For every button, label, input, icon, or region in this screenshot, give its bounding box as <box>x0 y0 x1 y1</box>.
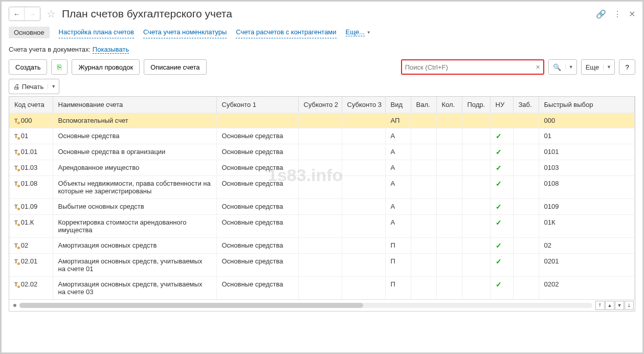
check-icon: ✓ <box>496 148 502 156</box>
scrollbar-thumb[interactable] <box>19 303 363 308</box>
cell-podr <box>462 215 490 238</box>
nav-history-group: ← → <box>9 7 40 21</box>
back-button[interactable]: ← <box>9 7 25 20</box>
table-row[interactable]: T02.01Амортизация основных средств, учит… <box>9 254 635 277</box>
cell-vid: П <box>385 254 411 277</box>
table-row[interactable]: T01.03Арендованное имуществоОсновные сре… <box>9 160 635 176</box>
account-type-icon: T <box>14 181 18 187</box>
close-icon[interactable]: ✕ <box>629 9 635 19</box>
journal-button[interactable]: Журнал проводок <box>72 59 140 75</box>
scroll-handle-icon[interactable] <box>13 304 16 307</box>
cell-name: Корректировка стоимости арендованного им… <box>53 215 216 238</box>
cell-sub1: Основные средства <box>216 176 298 199</box>
cell-val <box>411 277 436 300</box>
cell-sub1: Основные средства <box>216 238 298 254</box>
cell-vid: А <box>385 160 411 176</box>
table-row[interactable]: T01Основные средстваОсновные средстваА✓0… <box>9 128 635 144</box>
search-input[interactable] <box>405 63 536 71</box>
cell-val <box>411 176 436 199</box>
cell-kol <box>436 144 462 160</box>
cell-sub3 <box>342 277 385 300</box>
magnifier-icon: 🔍 <box>553 63 561 71</box>
table-scrollbar: ⤒ ▲ ▼ ⤓ <box>9 299 635 311</box>
table-row[interactable]: T02Амортизация основных средствОсновные … <box>9 238 635 254</box>
cell-vid: АП <box>385 113 411 128</box>
accounts-table: Код счета Наименование счета Субконто 1 … <box>9 96 635 312</box>
cell-sub3 <box>342 176 385 199</box>
cell-code: 02.02 <box>21 280 38 288</box>
account-type-icon: T <box>14 258 18 264</box>
col-sub3[interactable]: Субконто 3 <box>342 97 385 113</box>
favorite-star-icon[interactable]: ☆ <box>47 8 56 20</box>
link-icon[interactable]: 🔗 <box>596 9 606 19</box>
col-nu[interactable]: НУ <box>490 97 513 113</box>
horizontal-scrollbar[interactable] <box>19 303 592 308</box>
cell-kol <box>436 215 462 238</box>
table-row[interactable]: T01.09Выбытие основных средствОсновные с… <box>9 199 635 215</box>
cell-quick: 01 <box>539 128 635 144</box>
print-button[interactable]: 🖨 Печать ▼ <box>9 79 59 94</box>
cell-kol <box>436 160 462 176</box>
col-sub1[interactable]: Субконто 1 <box>216 97 298 113</box>
more-actions-button[interactable]: Еще ▼ <box>581 59 615 75</box>
table-row[interactable]: T01.01Основные средства в организацииОсн… <box>9 144 635 160</box>
cell-zab <box>513 113 539 128</box>
cell-sub2 <box>298 128 342 144</box>
col-vid[interactable]: Вид <box>385 97 411 113</box>
tab-counterparties[interactable]: Счета расчетов с контрагентами <box>236 26 336 38</box>
cell-sub1: Основные средства <box>216 277 298 300</box>
col-sub2[interactable]: Субконто 2 <box>298 97 342 113</box>
create-button[interactable]: Создать <box>9 59 47 75</box>
cell-name: Объекты недвижимости, права собственност… <box>53 176 216 199</box>
check-icon: ✓ <box>496 164 502 172</box>
table-row[interactable]: T01.08Объекты недвижимости, права собств… <box>9 176 635 199</box>
account-type-icon: T <box>14 165 18 171</box>
cell-nu: ✓ <box>490 277 513 300</box>
search-clear-icon[interactable]: × <box>536 63 540 71</box>
scroll-bottom-button[interactable]: ⤓ <box>625 301 634 310</box>
cell-vid: А <box>385 176 411 199</box>
cell-sub1: Основные средства <box>216 254 298 277</box>
cell-sub2 <box>298 254 342 277</box>
table-row[interactable]: T000Вспомогательный счетАП000 <box>9 113 635 128</box>
cell-zab <box>513 277 539 300</box>
search-box[interactable]: × <box>401 59 544 75</box>
tab-main[interactable]: Основное <box>9 27 50 38</box>
search-settings-button[interactable]: 🔍 ▼ <box>548 59 577 75</box>
cell-val <box>411 144 436 160</box>
forward-button[interactable]: → <box>25 7 40 20</box>
cell-sub1: Основные средства <box>216 128 298 144</box>
col-quick[interactable]: Быстрый выбор <box>539 97 635 113</box>
scroll-up-button[interactable]: ▲ <box>605 301 614 310</box>
cell-sub3 <box>342 215 385 238</box>
col-kol[interactable]: Кол. <box>436 97 462 113</box>
tabs-more-dropdown[interactable]: Еще... ▼ <box>346 28 371 36</box>
scroll-top-button[interactable]: ⤒ <box>595 301 605 310</box>
cell-sub2 <box>298 144 342 160</box>
col-val[interactable]: Вал. <box>411 97 436 113</box>
kebab-menu-icon[interactable]: ⋮ <box>613 9 621 19</box>
cell-zab <box>513 128 539 144</box>
scroll-down-button[interactable]: ▼ <box>615 301 624 310</box>
cell-quick: 0103 <box>539 160 635 176</box>
col-code[interactable]: Код счета <box>9 97 53 113</box>
documents-accounts-line: Счета учета в документах: Показывать <box>9 46 635 53</box>
account-type-icon: T <box>14 149 18 155</box>
create-copy-button[interactable]: ⎘ <box>51 59 68 75</box>
col-podr[interactable]: Подр. <box>462 97 490 113</box>
cell-quick: 0108 <box>539 176 635 199</box>
cell-nu <box>490 113 513 128</box>
describe-account-button[interactable]: Описание счета <box>144 59 206 75</box>
col-zab[interactable]: Заб. <box>513 97 539 113</box>
table-row[interactable]: T01.ККорректировка стоимости арендованно… <box>9 215 635 238</box>
cell-zab <box>513 238 539 254</box>
table-row[interactable]: T02.02Амортизация основных средств, учит… <box>9 277 635 300</box>
tab-plan-settings[interactable]: Настройка плана счетов <box>59 26 134 38</box>
tab-nomenclature[interactable]: Счета учета номенклатуры <box>143 26 227 38</box>
col-name[interactable]: Наименование счета <box>53 97 216 113</box>
show-accounts-link[interactable]: Показывать <box>93 46 129 54</box>
help-button[interactable]: ? <box>619 59 635 75</box>
cell-podr <box>462 160 490 176</box>
cell-quick: 0201 <box>539 254 635 277</box>
check-icon: ✓ <box>496 203 502 211</box>
